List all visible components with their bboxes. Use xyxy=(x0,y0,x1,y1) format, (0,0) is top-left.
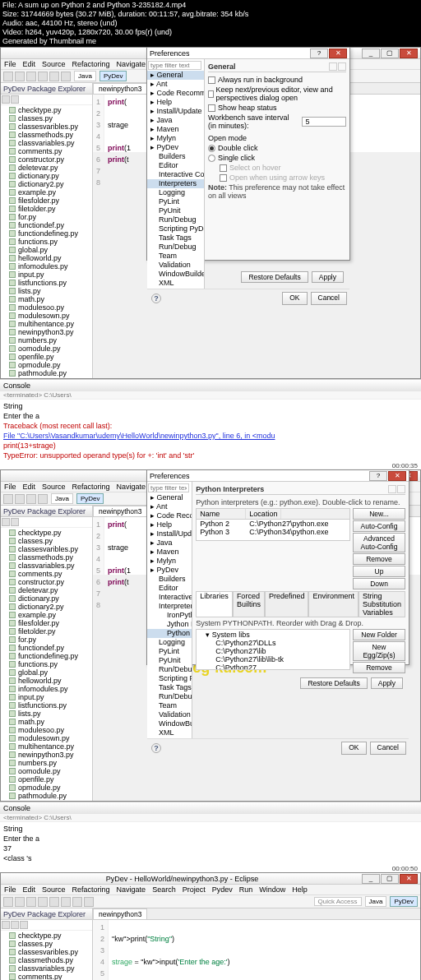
tab-forced-builtins[interactable]: Forced Builtins xyxy=(233,591,265,617)
maximize-button[interactable]: ▢ xyxy=(381,874,399,884)
restore-defaults-button[interactable]: Restore Defaults xyxy=(241,271,308,283)
prefs-help-icon[interactable]: ? xyxy=(310,49,328,58)
lib-item[interactable]: C:\Python27 xyxy=(197,663,349,670)
tree-item[interactable]: filesfolder.py xyxy=(1,619,92,627)
tool-icon[interactable] xyxy=(61,897,71,907)
menu-navigate[interactable]: Navigate xyxy=(117,483,146,491)
tool-icon[interactable] xyxy=(84,897,94,907)
tree-item[interactable]: helloworld.py xyxy=(1,677,92,685)
radio-double-click[interactable] xyxy=(208,145,215,152)
tool-icon[interactable] xyxy=(38,494,48,504)
cancel-button[interactable]: Cancel xyxy=(370,742,406,755)
back-icon[interactable] xyxy=(329,62,337,71)
new-icon[interactable] xyxy=(3,897,13,907)
prefs-node[interactable]: ▸ Java xyxy=(147,539,192,548)
prefs-node[interactable]: PyUnit xyxy=(147,206,204,215)
tree-item[interactable]: math.py xyxy=(1,718,92,726)
menu-edit[interactable]: Edit xyxy=(23,885,36,894)
run-icon[interactable] xyxy=(49,897,59,907)
prefs-node[interactable]: ▸ Maven xyxy=(147,125,204,134)
tree-item[interactable]: functions.py xyxy=(1,660,92,668)
tree-item[interactable]: functiondefineg.py xyxy=(1,229,92,238)
editor-tab[interactable]: newinpython3 xyxy=(93,83,147,94)
tool-icon[interactable] xyxy=(49,72,59,81)
prefs-node[interactable]: WindowBuilder xyxy=(147,270,204,279)
prefs-node[interactable]: Run/Debug xyxy=(147,215,204,224)
tree-item[interactable]: opmodule.py xyxy=(1,784,92,792)
tree-item[interactable]: math.py xyxy=(1,295,92,303)
interp-new-button[interactable]: New... xyxy=(353,508,405,520)
tree-item[interactable]: input.py xyxy=(1,693,92,701)
apply-button[interactable]: Apply xyxy=(371,677,403,689)
tree-item[interactable]: classvariables.py xyxy=(1,562,92,570)
pydev-perspective[interactable]: PyDev xyxy=(76,493,104,504)
tree-item[interactable]: constructor.py xyxy=(1,578,92,586)
prefs-node[interactable]: Builders xyxy=(147,575,192,584)
prefs-node[interactable]: Scripting PyDev xyxy=(147,674,192,683)
fwd-icon[interactable] xyxy=(397,485,405,493)
prefs-node[interactable]: ▸ Help xyxy=(147,520,192,529)
ok-button[interactable]: OK xyxy=(341,742,366,755)
tree-item[interactable]: dictionary2.py xyxy=(1,603,92,611)
code-editor[interactable]: print(strageprint(1print(t xyxy=(104,517,134,575)
code-editor[interactable]: print(strageprint(1print(t xyxy=(104,95,134,152)
tree-item[interactable]: listfunctions.py xyxy=(1,279,92,287)
tree-item[interactable]: openfile.py xyxy=(1,775,92,784)
console-output[interactable]: String Enter the a Traceback (most recen… xyxy=(0,400,421,462)
prefs-node[interactable]: Interactive Console xyxy=(147,593,192,602)
tree-item[interactable]: oomodule.py xyxy=(1,344,92,353)
menu-help[interactable]: Help xyxy=(292,885,308,894)
tree-item[interactable]: functiondef.py xyxy=(1,644,92,652)
lib-removebutton[interactable]: Remove xyxy=(353,662,405,673)
tree-item[interactable]: newinpython3.py xyxy=(1,751,92,759)
tree-item[interactable]: classmethods.py xyxy=(1,553,92,562)
tree-item[interactable]: example.py xyxy=(1,188,92,196)
lib-item[interactable]: C:\Python27\DLLs xyxy=(197,639,349,647)
prefs-node[interactable]: Interpreters xyxy=(147,602,192,611)
interp-advanced-auto-configbutton[interactable]: Advanced Auto-Config xyxy=(353,533,405,552)
prefs-filter-input[interactable] xyxy=(148,61,201,70)
prefs-node[interactable]: Team xyxy=(147,252,204,261)
menu-refactoring[interactable]: Refactoring xyxy=(72,483,110,491)
tree-item[interactable]: classesvaribles.py xyxy=(1,122,92,131)
menu-search[interactable]: Search xyxy=(152,885,176,894)
prefs-tree[interactable]: ▸ General▸ Ant▸ Code Recommenders▸ Help▸… xyxy=(147,482,192,738)
prefs-node[interactable]: Logging xyxy=(147,638,192,647)
prefs-node[interactable]: Run/Debug xyxy=(147,243,204,252)
pydev-perspective[interactable]: PyDev xyxy=(99,71,127,81)
tree-item[interactable]: openfile.py xyxy=(1,353,92,361)
checkbox-keep-dialog[interactable] xyxy=(208,90,214,98)
link-icon[interactable] xyxy=(11,95,19,104)
menu-file[interactable]: File xyxy=(4,885,16,894)
tool-icon[interactable] xyxy=(72,897,82,907)
tree-item[interactable]: multihentance.py xyxy=(1,742,92,751)
menu-refactoring[interactable]: Refactoring xyxy=(72,60,110,68)
prefs-node[interactable]: ▸ Mylyn xyxy=(147,557,192,566)
cancel-button[interactable]: Cancel xyxy=(311,292,347,305)
menu-window[interactable]: Window xyxy=(259,885,285,894)
tree-item[interactable]: classes.py xyxy=(1,114,92,122)
tab-string-substitution-variables[interactable]: String Substitution Variables xyxy=(359,591,405,617)
tree-item[interactable]: classvariables.py xyxy=(1,964,92,973)
menu-project[interactable]: Project xyxy=(183,885,206,894)
menu-pydev[interactable]: Pydev xyxy=(212,885,233,894)
prefs-node[interactable]: ▸ PyDev xyxy=(147,143,204,152)
tree-item[interactable]: infomodules.py xyxy=(1,685,92,693)
menu-edit[interactable]: Edit xyxy=(23,60,36,68)
save-icon[interactable] xyxy=(15,897,25,907)
collapse-icon[interactable] xyxy=(2,95,10,104)
prefs-node[interactable]: Validation xyxy=(147,261,204,270)
tree-item[interactable]: input.py xyxy=(1,270,92,279)
java-perspective[interactable]: Java xyxy=(74,71,96,81)
fwd-icon[interactable] xyxy=(338,62,346,71)
tree-item[interactable]: functions.py xyxy=(1,238,92,246)
prefs-node[interactable]: Scripting PyDev xyxy=(147,224,204,233)
prefs-node[interactable]: Task Tags xyxy=(147,683,192,692)
prefs-node[interactable]: ▸ Help xyxy=(147,98,204,107)
pydev-perspective[interactable]: PyDev xyxy=(390,896,418,907)
tree-item[interactable]: global.py xyxy=(1,246,92,254)
prefs-tree[interactable]: ▸ General▸ Ant▸ Code Recommenders▸ Help▸… xyxy=(147,59,205,289)
prefs-node[interactable]: XML xyxy=(147,728,192,737)
tree-item[interactable]: infomodules.py xyxy=(1,262,92,270)
interp-downbutton[interactable]: Down xyxy=(353,578,405,589)
